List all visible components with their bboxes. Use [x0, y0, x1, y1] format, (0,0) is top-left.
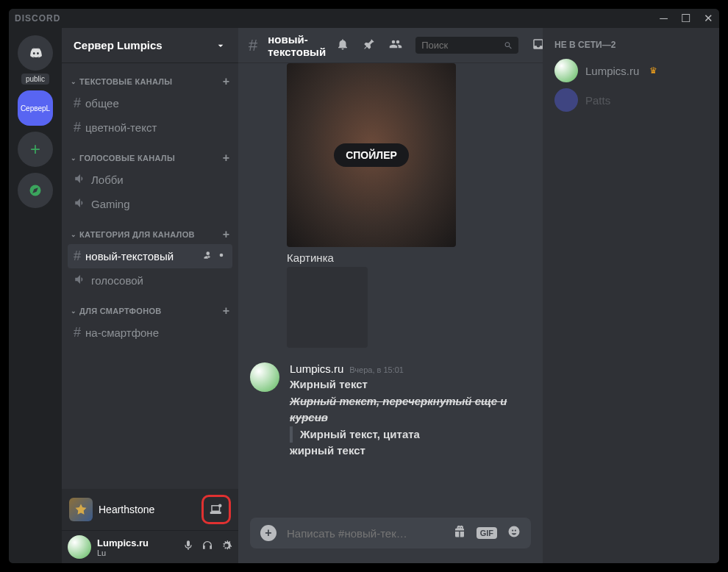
category-header[interactable]: ⌄КАТЕГОРИЯ ДЛЯ КАНАЛОВ+	[68, 216, 232, 244]
channel-новый-текстовый[interactable]: #новый-текстовый	[68, 244, 232, 268]
search-box[interactable]	[415, 37, 518, 54]
home-button[interactable]	[18, 35, 53, 71]
channel-на-смартфоне[interactable]: #на-смартфоне	[68, 321, 232, 345]
channel-name: новый-текстовый	[85, 250, 197, 262]
add-server-button[interactable]: +	[18, 132, 53, 167]
channel-name: Gaming	[91, 198, 226, 210]
chat-area: # новый-текстовый СПОЙЛЕР	[238, 28, 543, 563]
speaker-icon	[74, 172, 87, 187]
member-Lumpics.ru[interactable]: Lumpics.ru♛	[549, 56, 713, 85]
user-tag: Lu	[97, 548, 176, 557]
explore-button[interactable]	[18, 173, 53, 208]
highlight-ring	[201, 495, 231, 524]
minimize-button[interactable]: ─	[660, 12, 668, 25]
hash-icon: #	[249, 36, 257, 55]
gear-icon	[221, 540, 232, 551]
user-panel: Lumpics.ru Lu	[62, 531, 238, 563]
add-channel-button[interactable]: +	[223, 151, 229, 165]
gear-icon[interactable]	[216, 250, 226, 262]
channel-общее[interactable]: #общее	[68, 91, 232, 115]
hash-icon: #	[74, 249, 81, 264]
input-area: + GIF	[238, 518, 543, 563]
attach-button[interactable]: +	[260, 525, 276, 541]
public-badge: public	[21, 74, 49, 85]
chevron-down-icon: ⌄	[71, 231, 76, 238]
user-name: Lumpics.ru	[97, 537, 176, 548]
headphones-icon	[201, 540, 213, 551]
maximize-button[interactable]: ☐	[681, 12, 690, 25]
channel-Gaming[interactable]: Gaming	[68, 192, 232, 216]
category-name: ГОЛОСОВЫЕ КАНАЛЫ	[79, 154, 223, 162]
search-icon	[504, 40, 513, 51]
message: Lumpics.ru Вчера, в 15:01 Жирный текст Ж…	[250, 362, 531, 460]
message-line: жирный текст	[290, 443, 531, 460]
title-bar: DISCORD ─ ☐ ✕	[9, 9, 719, 28]
message-line: Жирный текст, перечеркнутый еще и курсив	[290, 393, 531, 426]
server-name: Сервер Lumpics	[74, 39, 215, 51]
gift-button[interactable]	[453, 525, 466, 541]
spoiler-image[interactable]: СПОЙЛЕР	[287, 63, 456, 247]
spoiler-badge: СПОЙЛЕР	[334, 143, 409, 167]
app-window: DISCORD ─ ☐ ✕ public СерверL + Сервер Lu…	[9, 9, 719, 563]
settings-button[interactable]	[221, 540, 232, 554]
message-line: Жирный текст	[290, 376, 531, 393]
hash-icon: #	[74, 325, 81, 340]
image-caption: Картинка	[287, 251, 531, 264]
activity-name: Hearthstone	[99, 504, 196, 515]
pinned-button[interactable]	[363, 37, 376, 54]
chevron-down-icon: ⌄	[71, 307, 76, 315]
hash-icon: #	[74, 96, 81, 111]
channel-sidebar: Сервер Lumpics ⌄ТЕКСТОВЫЕ КАНАЛЫ+#общее#…	[62, 28, 238, 563]
chat-header: # новый-текстовый	[238, 28, 543, 63]
category-header[interactable]: ⌄ГОЛОСОВЫЕ КАНАЛЫ+	[68, 140, 232, 168]
user-avatar[interactable]	[68, 535, 91, 559]
member-avatar	[554, 59, 578, 82]
microphone-icon	[182, 540, 194, 551]
attachment-placeholder[interactable]	[287, 267, 368, 348]
channel-Лобби[interactable]: Лобби	[68, 168, 232, 192]
message-avatar[interactable]	[250, 362, 279, 392]
emoji-button[interactable]	[507, 525, 521, 541]
server-lumpics[interactable]: СерверL	[18, 90, 53, 126]
message-list[interactable]: СПОЙЛЕР Картинка Lumpics.ru Вчера, в 15:…	[238, 63, 543, 518]
deafen-button[interactable]	[201, 540, 213, 554]
member-Patts[interactable]: Patts	[549, 85, 713, 115]
message-author[interactable]: Lumpics.ru	[290, 362, 343, 375]
category-header[interactable]: ⌄ТЕКСТОВЫЕ КАНАЛЫ+	[68, 63, 232, 91]
chevron-down-icon	[215, 40, 226, 51]
channel-голосовой[interactable]: голосовой	[68, 268, 232, 293]
server-header[interactable]: Сервер Lumpics	[62, 28, 238, 63]
chevron-down-icon: ⌄	[71, 78, 76, 85]
category-header[interactable]: ⌄ДЛЯ СМАРТФОНОВ+	[68, 293, 232, 321]
members-header: НЕ В СЕТИ—2	[549, 40, 713, 56]
server-list: public СерверL +	[9, 28, 62, 563]
stream-button[interactable]	[206, 499, 226, 520]
screen-share-icon	[210, 503, 223, 516]
channel-цветной-текст[interactable]: #цветной-текст	[68, 115, 232, 140]
add-channel-button[interactable]: +	[223, 75, 229, 88]
activity-panel: Hearthstone	[62, 489, 238, 531]
invite-icon[interactable]	[201, 250, 212, 262]
speaker-icon	[74, 273, 87, 288]
crown-icon: ♛	[649, 65, 657, 76]
discord-logo-icon	[29, 46, 42, 60]
notifications-button[interactable]	[336, 37, 349, 54]
member-avatar	[554, 88, 578, 112]
message-input[interactable]	[287, 527, 443, 540]
add-channel-button[interactable]: +	[223, 304, 229, 318]
close-button[interactable]: ✕	[704, 12, 713, 25]
gif-button[interactable]: GIF	[477, 527, 497, 539]
category-name: ТЕКСТОВЫЕ КАНАЛЫ	[79, 77, 223, 86]
add-channel-button[interactable]: +	[223, 228, 229, 241]
channel-name: цветной-текст	[85, 121, 226, 134]
chevron-down-icon: ⌄	[71, 154, 76, 162]
search-input[interactable]	[421, 40, 503, 51]
app-title: DISCORD	[15, 13, 60, 24]
emoji-icon	[507, 525, 521, 538]
members-button[interactable]	[389, 37, 402, 54]
compass-icon	[29, 184, 42, 197]
channel-name: голосовой	[91, 274, 226, 287]
mute-button[interactable]	[182, 540, 194, 554]
speaker-icon	[74, 196, 87, 212]
message-input-box: + GIF	[250, 518, 531, 548]
